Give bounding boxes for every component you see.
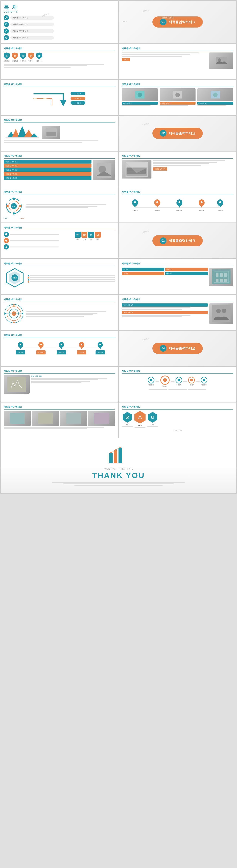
svg-text:●: ● [23, 270, 24, 272]
shield-item-5: 05 제목추가 [36, 53, 42, 62]
flow-t3 [26, 207, 88, 208]
shield-row: 01 제목추가 02 제목추가 03 제목추가 04 제목추가 05 제목추 [4, 53, 42, 62]
svg-rect-81 [216, 279, 218, 282]
contents-item-text-4: 제목을 추가하세요 [10, 36, 54, 39]
tgt-t1 [26, 311, 106, 312]
flow-t2 [26, 206, 97, 207]
svg-point-128 [126, 416, 129, 419]
section-02-banner: 02 제목을출력하세요 [152, 128, 203, 139]
flow-text [26, 204, 115, 208]
svg-text:●: ● [5, 270, 5, 272]
watermark-3: PPTA [142, 122, 149, 127]
hex-text-content: TEXT TEXT TEXT [122, 411, 233, 428]
blue-rows-left: 내용을 입력하세요 내용을 입력하세요 내용을 입력하세요 내용을 입력하세요 … [4, 160, 91, 180]
eye-item-5: 내용입력 [201, 377, 207, 386]
svg-text:내용입력: 내용입력 [217, 210, 223, 211]
writing-subtitle: 상업 · 기업 내용 [31, 375, 115, 377]
eye-pupil-3 [178, 379, 180, 381]
hex-t-label-3: TEXT [151, 423, 154, 425]
image-content: 더보기 [122, 53, 233, 69]
svg-point-135 [120, 447, 121, 448]
shield-label-2: 제목추가 [12, 60, 18, 62]
icon-b4 [95, 232, 101, 238]
svg-point-46 [156, 201, 158, 203]
section-04-banner: 04 제목을출력하세요 [152, 343, 203, 354]
contents-left: 목 차 CONTENTS 제목을 추가하세요 제목을 추가하세요 [4, 4, 54, 40]
circular-content: TEXT TEXT TEXT [4, 196, 115, 216]
slide-title-blue: 제목을 추가하세요 [4, 154, 115, 159]
eye-connector-3 [183, 381, 187, 382]
contents-icon-2 [4, 22, 9, 27]
photo-4 [88, 411, 115, 426]
circle-item-3: 제목추가하세요 [198, 88, 233, 106]
svg-point-2 [5, 37, 7, 39]
svg-text:내용입력: 내용입력 [177, 210, 182, 211]
icon-text-3 [10, 247, 59, 247]
hex-text-list [28, 274, 115, 283]
writing-image [4, 375, 30, 394]
shield-item-1: 01 제목추가 [4, 53, 10, 62]
team-t3 [122, 315, 190, 316]
hex-text-item-2: TEXT [134, 411, 146, 428]
section-04-slide: 04 제목을출력하세요 PPTA [119, 331, 236, 366]
icon-text-1 [10, 234, 59, 235]
text-lines-block [4, 64, 115, 68]
shield-3: 03 [20, 53, 26, 60]
kb-btn[interactable]: 댓글을 입력하기 [153, 167, 167, 170]
icon-b-label-2: 제목 [83, 238, 86, 240]
contents-icon-4 [4, 35, 9, 40]
slide-blue-rows: 제목을 추가하세요 내용을 입력하세요 내용을 입력하세요 내용을 입력하세요 … [1, 152, 118, 187]
team-content: TEXT 내용입력 TEXT 내용입력 [122, 304, 233, 324]
watermark-2: PPTA [142, 8, 149, 13]
svg-point-50 [179, 201, 180, 203]
svg-rect-80 [224, 273, 227, 277]
section-01-banner: 01 Best Solution 제목을입력하세요 [152, 17, 203, 28]
page-grid: 목 차 CONTENTS 제목을 추가하세요 제목을 추가하세요 [0, 0, 237, 494]
svg-text:내용입력: 내용입력 [132, 210, 138, 211]
slide-steps-row: 제목을 추가하세요 01 제목추가 02 제목추가 03 제목추가 04 제 [1, 44, 118, 79]
eye-circles-row: 내용입력 내용입력 내용입력 [148, 375, 207, 387]
svg-text:●: ● [5, 283, 5, 284]
eye-circle-1 [148, 377, 154, 383]
svg-rect-24 [47, 131, 56, 136]
hex-items-row: TEXT TEXT TEXT [122, 411, 233, 428]
eye-text-boxes [149, 390, 207, 390]
eye-label-4: 내용입력 [189, 384, 194, 386]
slide-contents: 목 차 CONTENTS 제목을 추가하세요 제목을 추가하세요 [1, 1, 118, 43]
icon-item-2 [4, 238, 59, 243]
hex-dot-1 [28, 275, 115, 276]
slide-title-circ: 제목을 추가하세요 [4, 190, 115, 194]
section-02-slide: 02 제목을출력하세요 PPTA [119, 116, 236, 151]
slide-keyboard: 제목을 추가하세요 댓글을 입력하기 [119, 152, 236, 187]
section-sub: Best Solution [162, 17, 174, 19]
contents-item-4: 제목을 추가하세요 [4, 35, 54, 40]
building-image [209, 268, 233, 286]
svg-text:내용입력: 내용입력 [98, 352, 103, 353]
svg-point-0 [5, 17, 7, 19]
svg-point-90 [13, 304, 15, 306]
slide-title-eye: 제목을 추가하세요 [122, 370, 233, 374]
text-line-3 [4, 67, 71, 68]
svg-point-93 [4, 313, 6, 314]
hex-t4 [30, 281, 115, 282]
svg-point-38 [13, 212, 15, 215]
svg-point-16 [213, 93, 217, 97]
thanks-main-text: THANK YOU [8, 471, 229, 480]
svg-point-99 [20, 344, 21, 345]
slide-thanks: POWERPOINT TEMPLATE THANK YOU [1, 438, 236, 493]
slide-arrows: 제목을 추가하세요 내용입력 내용입력 내용입력 [1, 80, 118, 115]
slide-circular-flow: 제목을 추가하세요 TEXT TEXT TEXT [1, 187, 118, 222]
eye-label-1: 내용입력 [149, 384, 154, 386]
hex-dot-3 [28, 279, 115, 281]
slide-title-hex: 제목을 추가하세요 [4, 262, 115, 266]
photo-t1 [4, 427, 104, 428]
svg-point-109 [60, 344, 62, 345]
blue-row-3: 내용을 입력하세요 [4, 176, 91, 180]
slide-team: 제목을 추가하세요 TEXT 내용입력 TEXT 내용입력 [119, 295, 236, 330]
build-box-4: 내용입력 [165, 272, 208, 275]
svg-text:내용입력: 내용입력 [79, 352, 84, 353]
slide-hexagon-graphic: 제목을 추가하세요 HEX ● ● ● ● [1, 259, 118, 294]
shield-2: 02 [12, 53, 18, 60]
slide-title-tgt: 제목을 추가하세요 [4, 298, 115, 302]
svg-rect-131 [114, 451, 117, 463]
